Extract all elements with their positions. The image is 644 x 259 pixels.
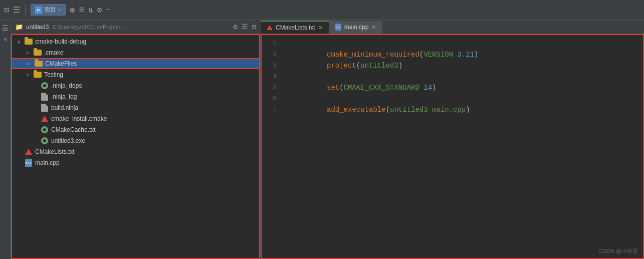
- line-num-4: 4: [263, 71, 277, 82]
- file-icon-CMakeLists: [24, 148, 33, 156]
- folder-icon-CMakeFiles: [34, 60, 43, 68]
- tree-item-CMakeCache[interactable]: CMakeCache.txt: [11, 124, 260, 135]
- cpp-tab-close[interactable]: ✕: [371, 24, 376, 31]
- sync-icon[interactable]: ⇅: [88, 5, 93, 15]
- line-num-6: 6: [263, 93, 277, 104]
- tree-item-main-cpp[interactable]: c++ main.cpp: [11, 157, 260, 168]
- arrow-cmake: >: [26, 50, 33, 56]
- editor-area: CMakeLists.txt ✕ c++ main.cpp ✕ 1 2 3 4 …: [261, 20, 644, 259]
- tree-item-build-ninja[interactable]: build.ninja: [11, 102, 260, 113]
- label-cmake: .cmake: [44, 49, 64, 56]
- tree-item-CMakeFiles[interactable]: > CMakeFiles: [11, 58, 260, 69]
- cpp-tab-icon: c++: [335, 24, 341, 31]
- label-main-cpp: main.cpp: [35, 159, 60, 166]
- panel-folder-icon: 📁: [15, 23, 23, 31]
- panel-controls: ⚙ ☰ ⊟: [233, 23, 256, 31]
- project-icon: P: [35, 7, 42, 14]
- line-num-7: 7: [263, 104, 277, 115]
- label-CMakeCache: CMakeCache.txt: [51, 126, 96, 133]
- code-content[interactable]: cmake_minimum_required(VERSION 3.21) pro…: [279, 34, 644, 259]
- label-Testing: Testing: [44, 71, 63, 78]
- toolbar: ⊟ ☰ P 项目 ▾ ⊕ ≡ ⇅ ⚙ −: [0, 0, 644, 20]
- label-ninja-log: .ninja_log: [51, 93, 77, 100]
- cmake-tab-label: CMakeLists.txt: [276, 24, 315, 31]
- file-icon-build-ninja: [40, 104, 49, 112]
- project-path: C:\Users\gwi1\CLionProject...: [53, 24, 125, 30]
- project-root-label: untitled3 C:\Users\gwi1\CLionProject...: [26, 24, 230, 31]
- left-panel-icon2[interactable]: ☰: [13, 5, 20, 15]
- code-line-1: cmake_minimum_required(VERSION 3.21): [285, 38, 638, 49]
- tab-cmake[interactable]: CMakeLists.txt ✕: [261, 21, 329, 34]
- cpp-icon: c++: [25, 159, 32, 167]
- tree-item-ninja-log[interactable]: .ninja_log: [11, 91, 260, 102]
- project-button[interactable]: P 项目 ▾: [31, 4, 66, 16]
- sort-icon[interactable]: ≡: [79, 5, 85, 15]
- code-line-4: set(CMAKE_CXX_STANDARD 14): [285, 71, 638, 82]
- folder-icon-cmake: [33, 49, 42, 57]
- vertical-icon-2[interactable]: ≡: [3, 36, 8, 45]
- project-panel: 📁 untitled3 C:\Users\gwi1\CLionProject..…: [11, 20, 260, 259]
- add-icon[interactable]: ⊕: [70, 5, 75, 16]
- kw-cmake-min: cmake_minimum_required: [327, 51, 419, 59]
- line-num-3: 3: [263, 60, 277, 71]
- tree-item-cmake[interactable]: > .cmake: [11, 47, 260, 58]
- line-num-5: 5: [263, 82, 277, 93]
- tree-item-untitled3-exe[interactable]: untitled3.exe: [11, 135, 260, 146]
- label-CMakeFiles: CMakeFiles: [45, 60, 77, 67]
- file-icon-cmake-install: [40, 115, 49, 123]
- cmake-tab-close[interactable]: ✕: [318, 25, 323, 31]
- panel-collapse-icon[interactable]: ⊟: [252, 23, 256, 31]
- kw-add-exec: add_executable: [327, 106, 386, 114]
- project-name: untitled3: [26, 24, 49, 31]
- line-num-1: 1: [263, 38, 277, 49]
- folder-icon-Testing: [33, 71, 42, 79]
- label-CMakeLists: CMakeLists.txt: [35, 148, 75, 155]
- file-icon-untitled3-exe: [40, 137, 49, 145]
- line-numbers: 1 2 3 4 5 6 7: [261, 34, 279, 259]
- gear-icon[interactable]: ⚙: [97, 5, 102, 15]
- project-label: 项目: [44, 6, 56, 14]
- folder-icon-cmake-build-debug: [24, 38, 33, 46]
- label-ninja-deps: .ninja_deps: [51, 82, 82, 89]
- sidebar: ☰ ≡ 📁 untitled3 C:\Users\gwi1\CLionProje…: [0, 20, 261, 259]
- panel-gear-icon[interactable]: ⚙: [233, 23, 237, 31]
- code-editor: 1 2 3 4 5 6 7 cmake_minimum_required(VER…: [261, 34, 644, 259]
- arrow-Testing: >: [26, 72, 33, 78]
- file-icon-CMakeCache: [40, 126, 49, 134]
- kw-set: set: [327, 84, 339, 92]
- file-icon-main-cpp: c++: [24, 159, 33, 167]
- minimize-icon[interactable]: −: [106, 6, 111, 15]
- line-num-2: 2: [263, 49, 277, 60]
- panel-list-icon[interactable]: ☰: [242, 23, 248, 31]
- label-cmake-build-debug: cmake-build-debug: [35, 38, 86, 45]
- tab-main-cpp[interactable]: c++ main.cpp ✕: [329, 21, 383, 34]
- code-line-6: add_executable(untitled3 main.cpp): [285, 93, 638, 104]
- panel-header: 📁 untitled3 C:\Users\gwi1\CLionProject..…: [11, 20, 260, 34]
- file-icon-ninja-log: [40, 93, 49, 101]
- cmake-tab-icon: [267, 25, 273, 30]
- arrow-cmake-build-debug: ∨: [17, 39, 24, 45]
- dropdown-arrow: ▾: [58, 7, 61, 13]
- cpp-tab-label: main.cpp: [344, 24, 369, 31]
- main-content: ☰ ≡ 📁 untitled3 C:\Users\gwi1\CLionProje…: [0, 20, 644, 259]
- tree-item-CMakeLists[interactable]: CMakeLists.txt: [11, 146, 260, 157]
- left-panel-icon[interactable]: ⊟: [4, 5, 9, 15]
- watermark: CSDN @小哈里: [599, 247, 638, 255]
- file-tree: ∨ cmake-build-debug > .cmake >: [11, 34, 260, 259]
- left-icons-panel: ☰ ≡: [0, 20, 11, 259]
- vertical-icon-1[interactable]: ☰: [1, 23, 10, 34]
- arrow-CMakeFiles: >: [27, 61, 34, 67]
- label-cmake-install: cmake_install.cmake: [51, 115, 107, 122]
- tabs-bar: CMakeLists.txt ✕ c++ main.cpp ✕: [261, 20, 644, 34]
- file-icon-ninja-deps: [40, 82, 49, 90]
- label-untitled3-exe: untitled3.exe: [51, 137, 85, 144]
- label-build-ninja: build.ninja: [51, 104, 78, 111]
- kw-project: project: [327, 62, 356, 70]
- tree-item-cmake-install[interactable]: cmake_install.cmake: [11, 113, 260, 124]
- tree-item-ninja-deps[interactable]: .ninja_deps: [11, 80, 260, 91]
- tree-item-cmake-build-debug[interactable]: ∨ cmake-build-debug: [11, 36, 260, 47]
- tree-item-Testing[interactable]: > Testing: [11, 69, 260, 80]
